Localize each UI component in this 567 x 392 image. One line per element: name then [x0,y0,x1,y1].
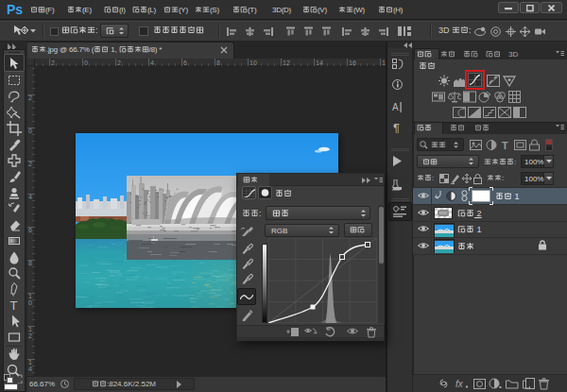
svg-text:A: A [392,102,399,112]
svg-text:1: 1 [28,359,32,366]
svg-text:1: 1 [28,326,32,332]
svg-text:10: 10 [249,60,257,66]
svg-text:6: 6 [183,60,187,66]
svg-text:T: T [10,298,18,313]
svg-text:1: 1 [28,293,32,299]
svg-text:2: 2 [117,60,121,66]
svg-text:¶: ¶ [393,122,400,133]
svg-text:T: T [502,140,508,151]
svg-text:4: 4 [150,60,154,66]
svg-text:4: 4 [28,194,32,200]
svg-text:fx: fx [455,379,464,389]
svg-text:8: 8 [28,260,32,266]
svg-text:14: 14 [316,60,323,66]
svg-text:6: 6 [28,227,32,233]
svg-text:0: 0 [84,60,88,66]
svg-text:2: 2 [28,332,32,339]
svg-text:8: 8 [216,60,220,66]
svg-text:0: 0 [28,128,32,134]
svg-text:2: 2 [51,60,55,66]
svg-text:16: 16 [349,60,356,66]
svg-text:2: 2 [28,94,32,101]
svg-text:0: 0 [28,299,32,306]
svg-text:4: 4 [28,366,32,372]
svg-text:12: 12 [283,60,290,66]
svg-text:2: 2 [28,161,32,167]
